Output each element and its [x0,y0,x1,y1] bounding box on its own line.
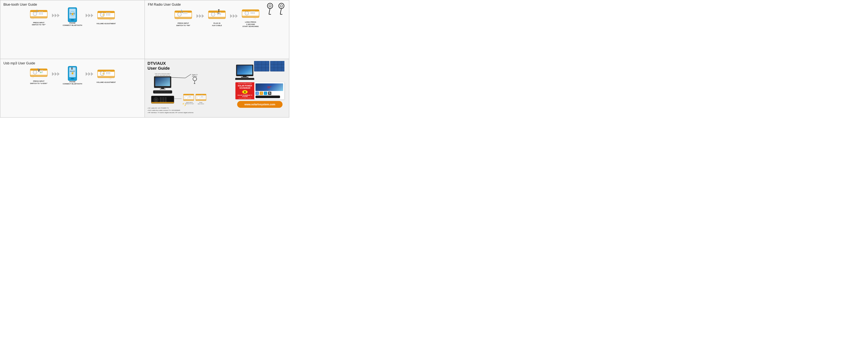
svg-rect-111 [98,76,115,78]
svg-text:☞: ☞ [176,18,179,21]
svg-rect-96 [40,71,41,72]
svg-text:⚡: ⚡ [102,72,105,75]
svg-rect-167 [189,95,189,96]
bluetooth-steps: ☞ PRESS INPUTSWITCH TO "BT" POVIT [3,8,142,27]
svg-point-134 [157,92,157,92]
svg-rect-66 [220,13,221,14]
svg-text:Digital TV: Digital TV [192,74,198,75]
svg-rect-51 [183,13,184,14]
svg-rect-7 [39,13,40,13]
fm-step1-icon: ☞ [174,9,193,22]
chevron-icon [199,14,202,18]
fm-step2-icon [208,9,226,22]
svg-rect-146 [160,97,162,99]
svg-rect-128 [155,77,170,86]
fm-step-2: PLUG INAUX CABLE [206,9,228,27]
usb-title: Usb mp3 User Guide [3,61,142,65]
fm-step-3: ☞ LONG PRESS3 SECONDstart searching [239,8,262,28]
svg-rect-6 [42,11,43,12]
product-subtitle: SOLAR HOME SYSTEM [239,98,251,99]
svg-point-45 [178,12,181,16]
dtv-diagram: DTV/AUX User Guide DVB-T2/T/C DVB-S2/S I… [148,61,231,110]
svg-rect-147 [162,97,164,99]
chevron-icon [91,72,93,76]
product-card-right: 32" ⊞ ☀ ♪ 📡 [254,82,284,100]
chevron-icon [55,72,57,76]
svg-rect-12 [42,14,43,14]
svg-rect-181 [201,96,202,97]
svg-rect-151 [165,99,166,101]
svg-rect-48 [183,12,184,13]
svg-point-135 [158,92,159,92]
svg-point-140 [166,92,166,92]
svg-text:⚡: ⚡ [184,104,186,106]
svg-rect-18 [71,20,74,21]
svg-rect-99 [40,72,41,73]
svg-rect-168 [190,95,191,96]
svg-rect-98 [39,72,40,73]
dtv-note-1: • DC cable:DC 12V POWER TV [148,107,231,109]
dtv-diagram-svg: DVB-T2/T/C DVB-S2/S ISDB-T DIGITAL DECOD… [148,72,208,106]
svg-rect-130 [160,89,165,89]
product-medal-icon: ★ [242,90,248,94]
fm-arrows-1 [196,14,204,18]
product-screen: 32" [255,83,283,91]
svg-point-58 [211,12,215,16]
svg-rect-57 [208,17,225,19]
svg-text:DVB-T2/T/C DVB-S2/S ISDB-T: DVB-T2/T/C DVB-S2/S ISDB-T [155,73,170,74]
usb-step-2: POVIT ☝ PhoneConnect Bluetooth [61,67,84,85]
dtv-note-2: • AUX cable:Aux cable connect TV--SOUNDB… [148,109,231,112]
svg-rect-26 [106,12,107,13]
svg-rect-82 [254,13,255,14]
phone-icon-usb: POVIT ☝ [68,66,77,81]
website-button[interactable]: www.solartvsystem.com [237,101,282,108]
svg-point-166 [185,97,188,99]
svg-rect-4 [39,11,40,12]
svg-rect-56 [208,11,225,13]
svg-rect-34 [109,15,110,15]
svg-rect-121 [107,73,109,74]
svg-rect-165 [183,94,194,95]
svg-point-178 [197,97,200,99]
usb-arrows-1 [52,72,60,76]
svg-rect-114 [106,71,107,72]
svg-rect-78 [252,12,253,13]
bluetooth-arrows-1 [52,13,60,17]
svg-rect-53 [186,13,187,14]
svg-point-142 [169,92,169,92]
usb-step-1: ☞ PRESS INPUTSWITCH TO "U-disk" [27,67,50,84]
chevron-icon [52,72,54,76]
svg-rect-69 [220,14,221,15]
fm-step1-label: PRESS INPUTSWITCH TO "FM" [176,22,190,27]
svg-rect-171 [189,97,189,97]
svg-rect-179 [201,95,202,96]
svg-rect-64 [220,12,221,13]
chevron-icon [236,14,238,18]
bluetooth-cell: Blue-tooth User Guide [0,0,145,59]
svg-line-156 [171,77,185,78]
bluetooth-step3-icon: ⚡ ☞ [97,10,116,22]
chevron-icon [233,14,235,18]
website-url: www.solartvsystem.com [245,103,275,106]
svg-line-161 [194,81,195,84]
svg-rect-80 [251,13,252,14]
svg-point-138 [163,92,163,92]
svg-rect-149 [160,99,162,101]
fm-step3-label: LONG PRESS3 SECONDstart searching [242,21,259,28]
product-icon-solar: ☀ [260,92,263,95]
svg-rect-116 [109,71,110,72]
svg-rect-155 [151,102,174,103]
svg-text:SWITCH TO "AUX": SWITCH TO "AUX" [185,103,194,104]
product-icon-ant: 📡 [268,92,271,95]
svg-rect-33 [107,15,109,15]
svg-text:☞: ☞ [253,17,256,21]
svg-rect-173 [183,99,194,101]
usb-cell: Usb mp3 User Guide [0,59,145,117]
svg-rect-49 [185,12,186,13]
svg-rect-67 [217,14,218,15]
svg-rect-148 [165,97,166,99]
bluetooth-step-3: ⚡ ☞ Volume Adjustment [95,10,118,25]
svg-point-40 [280,5,282,7]
svg-rect-29 [106,13,107,14]
svg-rect-118 [107,72,109,73]
